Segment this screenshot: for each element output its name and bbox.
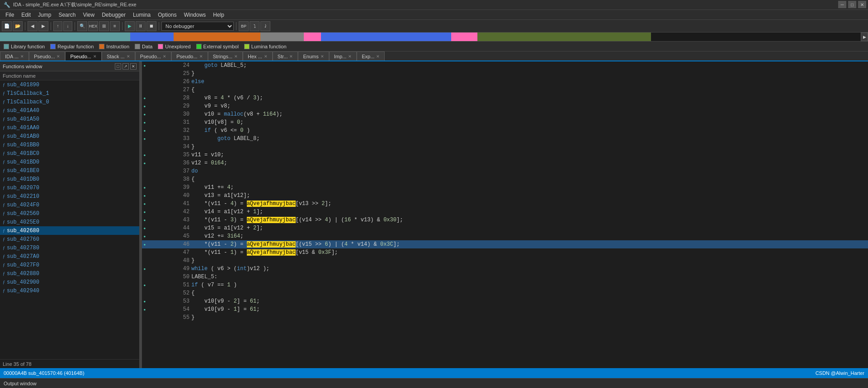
tab-10[interactable]: Imp...✕	[329, 51, 357, 61]
table-row[interactable]: ●46 *(v11 - 2) = aQvejafhmuyjbac[(v15 >>…	[142, 240, 868, 248]
table-row[interactable]: ●42 v14 = a1[v12 + 1];	[142, 208, 868, 216]
tab-2[interactable]: Pseudo...✕	[65, 51, 101, 61]
tb-hex[interactable]: HEX	[88, 21, 98, 31]
table-row[interactable]: 48}	[142, 257, 868, 265]
tb-stop[interactable]: ⏹	[146, 21, 156, 31]
table-row[interactable]: ●30 v10 = malloc(v8 + 1i64);	[142, 110, 868, 118]
tab-6[interactable]: Strings...✕	[208, 51, 243, 61]
tab-close-icon[interactable]: ✕	[93, 54, 97, 59]
tb-new[interactable]: 📄	[2, 21, 12, 31]
list-item[interactable]: ƒsub_4024F0	[0, 201, 139, 209]
list-item[interactable]: ƒsub_4027A0	[0, 252, 139, 261]
tab-11[interactable]: Exp...✕	[357, 51, 385, 61]
tab-close-icon[interactable]: ✕	[163, 54, 166, 59]
list-item[interactable]: ƒsub_401890	[0, 80, 139, 89]
table-row[interactable]: ●51if ( v7 == 1 )	[142, 281, 868, 289]
table-row[interactable]: ●33 goto LABEL_8;	[142, 135, 868, 143]
table-row[interactable]: 47 *(v11 - 1) = aQvejafhmuyjbac[v15 & 0x…	[142, 248, 868, 257]
function-list[interactable]: ƒsub_401890ƒTlsCallback_1ƒTlsCallback_0ƒ…	[0, 80, 139, 359]
table-row[interactable]: 27{	[142, 86, 868, 94]
table-row[interactable]: ●45 v12 += 3i64;	[142, 232, 868, 240]
table-row[interactable]: ●39 v11 += 4;	[142, 183, 868, 192]
list-item[interactable]: ƒsub_402680	[0, 226, 139, 235]
tab-close-icon[interactable]: ✕	[289, 54, 293, 59]
debugger-select[interactable]: No debugger	[161, 22, 234, 31]
tb-back[interactable]: ◀	[28, 21, 38, 31]
list-item[interactable]: ƒsub_401BD0	[0, 158, 139, 166]
list-item[interactable]: ƒTlsCallback_1	[0, 89, 139, 98]
tab-close-icon[interactable]: ✕	[348, 54, 352, 59]
tab-9[interactable]: Enums✕	[298, 51, 329, 61]
list-item[interactable]: ƒsub_402210	[0, 192, 139, 201]
table-row[interactable]: ●32 if ( v6 <= 0 )	[142, 126, 868, 135]
list-item[interactable]: ƒsub_401DB0	[0, 175, 139, 183]
tb-forward[interactable]: ▶	[38, 21, 48, 31]
code-scroll[interactable]: ●24 goto LABEL_5;25}26else27{●28 v8 = 4 …	[142, 61, 868, 368]
tab-3[interactable]: Stack ...✕	[102, 51, 135, 61]
sidebar-float-btn[interactable]: ↗	[123, 63, 129, 70]
tab-1[interactable]: Pseudo...✕	[29, 51, 65, 61]
list-item[interactable]: ƒsub_401A50	[0, 115, 139, 123]
list-item[interactable]: ƒsub_402760	[0, 235, 139, 243]
list-item[interactable]: ƒsub_4025E0	[0, 218, 139, 226]
tb-bp[interactable]: BP	[239, 21, 249, 31]
sidebar-close-btn[interactable]: ✕	[130, 63, 137, 70]
tb-open[interactable]: 📂	[13, 21, 23, 31]
table-row[interactable]: ●53 v10[v9 - 2] = 61;	[142, 297, 868, 305]
nav-scroll-right[interactable]: ▶	[861, 33, 868, 41]
tb-over[interactable]: ⤸	[260, 21, 270, 31]
tb-search[interactable]: 🔍	[77, 21, 87, 31]
list-item[interactable]: ƒsub_402560	[0, 209, 139, 218]
tab-close-icon[interactable]: ✕	[321, 54, 324, 59]
sidebar-minimize-btn[interactable]: □	[115, 63, 121, 70]
table-row[interactable]: ●35v11 = v10;	[142, 151, 868, 159]
tb-step[interactable]: ⤵	[250, 21, 259, 31]
menu-item-options[interactable]: Options	[154, 11, 180, 19]
list-item[interactable]: ƒsub_402070	[0, 183, 139, 192]
menu-item-jump[interactable]: Jump	[34, 11, 55, 19]
tab-0[interactable]: IDA ...✕	[0, 51, 29, 61]
tb-graph[interactable]: ⊞	[99, 21, 109, 31]
table-row[interactable]: ●40 v13 = a1[v12];	[142, 192, 868, 200]
tb-run[interactable]: ▶	[125, 21, 135, 31]
table-row[interactable]: ●44 v15 = a1[v12 + 2];	[142, 224, 868, 232]
tab-5[interactable]: Pseudo...✕	[171, 51, 208, 61]
menu-item-debugger[interactable]: Debugger	[98, 11, 129, 19]
table-row[interactable]: 52{	[142, 289, 868, 297]
menu-item-search[interactable]: Search	[55, 11, 79, 19]
tab-close-icon[interactable]: ✕	[376, 54, 380, 59]
menu-item-help[interactable]: Help	[209, 11, 228, 19]
tab-close-icon[interactable]: ✕	[20, 54, 24, 59]
tab-close-icon[interactable]: ✕	[127, 54, 130, 59]
list-item[interactable]: ƒsub_401BC0	[0, 149, 139, 158]
tab-8[interactable]: Str...✕	[273, 51, 298, 61]
table-row[interactable]: 50LABEL_5:	[142, 273, 868, 281]
table-row[interactable]: 37do	[142, 167, 868, 175]
list-item[interactable]: ƒsub_401AA0	[0, 123, 139, 132]
list-item[interactable]: ƒsub_401BE0	[0, 166, 139, 175]
list-item[interactable]: ƒsub_402780	[0, 243, 139, 252]
table-row[interactable]: 25}	[142, 70, 868, 78]
table-row[interactable]: ●28 v8 = 4 * (v6 / 3);	[142, 94, 868, 102]
minimize-button[interactable]: ─	[838, 1, 846, 8]
menu-item-view[interactable]: View	[79, 11, 98, 19]
list-item[interactable]: ƒsub_401BB0	[0, 140, 139, 149]
tb-pause[interactable]: ⏸	[136, 21, 146, 31]
list-item[interactable]: ƒsub_401AB0	[0, 132, 139, 140]
table-row[interactable]: ●29 v9 = v8;	[142, 102, 868, 110]
table-row[interactable]: 55}	[142, 313, 868, 322]
table-row[interactable]: 34}	[142, 143, 868, 151]
tb-jump[interactable]: ↑	[53, 21, 62, 31]
list-item[interactable]: ƒsub_401A40	[0, 106, 139, 115]
tab-close-icon[interactable]: ✕	[57, 54, 60, 59]
table-row[interactable]: ●31 v10[v8] = 0;	[142, 118, 868, 126]
table-row[interactable]: 26else	[142, 78, 868, 86]
table-row[interactable]: ●54 v10[v9 - 1] = 61;	[142, 305, 868, 313]
list-item[interactable]: ƒsub_402900	[0, 278, 139, 286]
table-row[interactable]: ●49while ( v6 > (int)v12 );	[142, 265, 868, 273]
close-button[interactable]: ✕	[858, 1, 866, 8]
menu-item-file[interactable]: File	[2, 11, 18, 19]
menu-item-lumina[interactable]: Lumina	[129, 11, 154, 19]
table-row[interactable]: ●43 *(v11 - 3) = aQvejafhmuyjbac[(v14 >>…	[142, 216, 868, 224]
table-row[interactable]: ●24 goto LABEL_5;	[142, 61, 868, 70]
